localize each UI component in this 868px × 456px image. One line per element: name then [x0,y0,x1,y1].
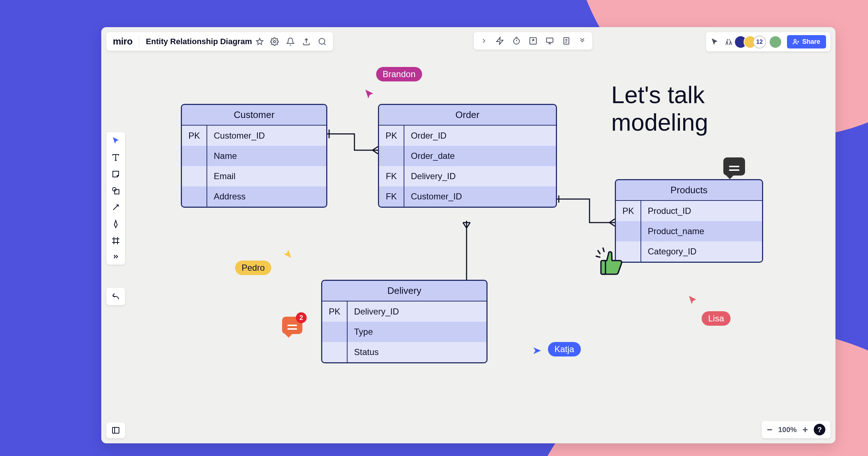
svg-line-43 [603,248,604,252]
cursor-pedro [282,248,293,259]
cell-val: Name [207,146,326,166]
svg-line-36 [609,219,615,223]
cell-val: Delivery_ID [404,166,556,186]
cell-key: PK [182,126,207,146]
entity-delivery[interactable]: Delivery PKDelivery_ID Type Status [321,280,488,363]
callout-text[interactable]: Let's talk modeling [611,81,708,136]
cell-val: Order_ID [404,126,556,146]
cell-key [322,322,348,342]
cell-key [616,221,641,241]
svg-line-39 [463,223,467,228]
cell-val: Status [348,342,486,362]
cursor-label-lisa: Lisa [702,311,731,326]
entity-title: Delivery [322,281,486,301]
cell-val: Type [348,322,486,342]
entity-title: Products [616,180,762,201]
svg-line-33 [373,147,378,150]
svg-rect-45 [601,261,606,274]
cursor-label-pedro: Pedro [235,261,271,275]
comment-thread[interactable]: 2 [282,317,302,334]
cell-key [182,166,207,186]
cell-key: PK [616,201,641,221]
svg-line-37 [609,223,615,226]
entity-order[interactable]: Order PKOrder_ID Order_date FKDelivery_I… [378,104,557,208]
cursor-katja [532,346,542,356]
svg-line-44 [596,256,600,257]
cursor-lisa [687,295,698,306]
cell-key [182,186,207,207]
entity-title: Customer [182,105,326,126]
comment-lines-icon [288,325,297,326]
cell-val: Customer_ID [207,126,326,146]
cell-key: PK [379,126,404,146]
comment-count-badge: 2 [296,312,307,323]
callout-line2: modeling [611,109,708,136]
cell-key: PK [322,301,348,322]
cell-key [182,146,207,166]
cell-val: Category_ID [641,241,762,262]
cell-key [322,342,348,362]
svg-line-34 [373,150,378,154]
cell-key: FK [379,186,404,207]
entity-customer[interactable]: Customer PKCustomer_ID Name Email Addres… [181,104,327,208]
svg-line-40 [467,223,470,228]
cursor-brandon [363,89,375,100]
cell-val: Order_date [404,146,556,166]
thumbs-up-reaction[interactable] [593,244,626,277]
cell-val: Email [207,166,326,186]
cell-val: Address [207,186,326,207]
cell-val: Product_ID [641,201,762,221]
canvas[interactable]: Customer PKCustomer_ID Name Email Addres… [101,27,835,443]
comment-bubble[interactable] [723,157,745,176]
cursor-label-katja: Katja [548,342,581,356]
cell-val: Customer_ID [404,186,556,207]
cell-val: Delivery_ID [348,301,486,322]
callout-line1: Let's talk [611,81,708,109]
svg-line-42 [598,250,600,254]
cell-val: Product_name [641,221,762,241]
cell-key: FK [379,166,404,186]
entity-products[interactable]: Products PKProduct_ID Product_name Categ… [615,179,763,263]
comment-lines-icon [729,166,739,167]
cursor-label-brandon: Brandon [376,67,422,81]
entity-title: Order [379,105,556,126]
cell-key [379,146,404,166]
app-window: miro Entity Relationship Diagram 12 [101,27,835,443]
